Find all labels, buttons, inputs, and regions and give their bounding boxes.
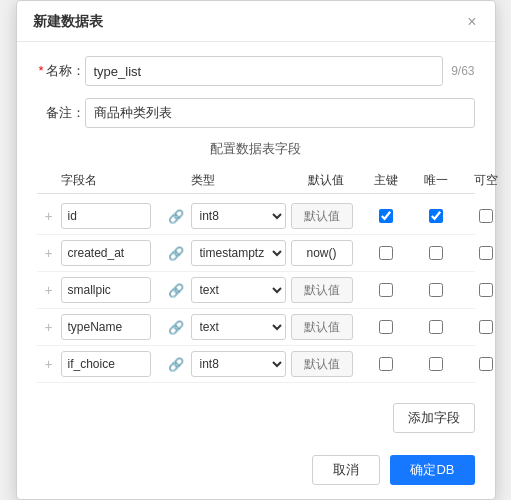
table-row: + 🔗 int8texttimestamptzvarcharboolfloat4… (37, 346, 475, 383)
nullable-checkbox[interactable] (479, 357, 493, 371)
nullable-cell (461, 357, 511, 371)
type-select[interactable]: int8texttimestamptzvarcharboolfloat4int4… (191, 314, 286, 340)
table-header: 字段名 类型 默认值 主键 唯一 可空 自增 (37, 168, 475, 194)
name-count: 9/63 (451, 64, 474, 78)
col-default: 默认值 (291, 172, 361, 189)
field-name-input[interactable] (61, 314, 151, 340)
dialog-header: 新建数据表 × (17, 1, 495, 42)
comment-row: 备注： (37, 98, 475, 128)
unique-checkbox[interactable] (429, 246, 443, 260)
nullable-cell (461, 209, 511, 223)
nullable-cell (461, 320, 511, 334)
primary-key-cell (361, 209, 411, 223)
nullable-checkbox[interactable] (479, 209, 493, 223)
col-primary: 主键 (361, 172, 411, 189)
drag-handle-icon[interactable]: + (37, 245, 61, 261)
primary-key-checkbox[interactable] (379, 209, 393, 223)
section-title: 配置数据表字段 (37, 140, 475, 158)
nullable-checkbox[interactable] (479, 246, 493, 260)
field-name-input[interactable] (61, 203, 151, 229)
nullable-checkbox[interactable] (479, 283, 493, 297)
nullable-cell (461, 246, 511, 260)
dialog-title: 新建数据表 (33, 13, 103, 31)
default-input[interactable] (291, 240, 353, 266)
footer-row: 添加字段 (17, 397, 495, 445)
table-row: + 🔗 int8texttimestamptzvarcharboolfloat4… (37, 235, 475, 272)
type-select[interactable]: int8texttimestamptzvarcharboolfloat4int4… (191, 240, 286, 266)
field-rows: + 🔗 int8texttimestamptzvarcharboolfloat4… (37, 198, 475, 383)
field-link-icon: 🔗 (161, 246, 191, 261)
nullable-cell (461, 283, 511, 297)
unique-cell (411, 357, 461, 371)
unique-checkbox[interactable] (429, 209, 443, 223)
col-type: 类型 (191, 172, 291, 189)
unique-checkbox[interactable] (429, 357, 443, 371)
drag-handle-icon[interactable]: + (37, 208, 61, 224)
table-row: + 🔗 int8texttimestamptzvarcharboolfloat4… (37, 272, 475, 309)
comment-label: 备注： (37, 104, 85, 122)
type-select[interactable]: int8texttimestamptzvarcharboolfloat4int4… (191, 351, 286, 377)
field-link-icon: 🔗 (161, 357, 191, 372)
field-link-icon: 🔗 (161, 209, 191, 224)
unique-checkbox[interactable] (429, 320, 443, 334)
unique-cell (411, 320, 461, 334)
dialog-body: *名称： 9/63 备注： 配置数据表字段 字段名 类型 默认值 主键 唯一 可… (17, 42, 495, 397)
dialog-footer: 取消 确定DB (17, 445, 495, 499)
new-table-dialog: 新建数据表 × *名称： 9/63 备注： 配置数据表字段 字段名 类型 默认值… (16, 0, 496, 500)
required-star: * (38, 63, 43, 78)
unique-checkbox[interactable] (429, 283, 443, 297)
col-nullable: 可空 (461, 172, 511, 189)
field-link-icon: 🔗 (161, 283, 191, 298)
field-link-icon: 🔗 (161, 320, 191, 335)
table-row: + 🔗 int8texttimestamptzvarcharboolfloat4… (37, 309, 475, 346)
col-fieldname: 字段名 (61, 172, 161, 189)
close-button[interactable]: × (465, 14, 478, 30)
confirm-button[interactable]: 确定DB (390, 455, 474, 485)
drag-handle-icon[interactable]: + (37, 356, 61, 372)
name-input[interactable] (85, 56, 444, 86)
primary-key-cell (361, 320, 411, 334)
table-row: + 🔗 int8texttimestamptzvarcharboolfloat4… (37, 198, 475, 235)
name-row: *名称： 9/63 (37, 56, 475, 86)
col-unique: 唯一 (411, 172, 461, 189)
cancel-button[interactable]: 取消 (312, 455, 380, 485)
default-input[interactable] (291, 277, 353, 303)
primary-key-checkbox[interactable] (379, 283, 393, 297)
add-field-button[interactable]: 添加字段 (393, 403, 475, 433)
field-name-input[interactable] (61, 351, 151, 377)
primary-key-checkbox[interactable] (379, 357, 393, 371)
field-name-input[interactable] (61, 277, 151, 303)
unique-cell (411, 209, 461, 223)
drag-handle-icon[interactable]: + (37, 319, 61, 335)
unique-cell (411, 246, 461, 260)
type-select[interactable]: int8texttimestamptzvarcharboolfloat4int4… (191, 277, 286, 303)
nullable-checkbox[interactable] (479, 320, 493, 334)
field-name-input[interactable] (61, 240, 151, 266)
default-input[interactable] (291, 203, 353, 229)
primary-key-cell (361, 357, 411, 371)
name-label: *名称： (37, 62, 85, 80)
comment-input[interactable] (85, 98, 475, 128)
primary-key-checkbox[interactable] (379, 320, 393, 334)
default-input[interactable] (291, 314, 353, 340)
primary-key-cell (361, 246, 411, 260)
drag-handle-icon[interactable]: + (37, 282, 61, 298)
primary-key-cell (361, 283, 411, 297)
unique-cell (411, 283, 461, 297)
default-input[interactable] (291, 351, 353, 377)
primary-key-checkbox[interactable] (379, 246, 393, 260)
type-select[interactable]: int8texttimestamptzvarcharboolfloat4int4… (191, 203, 286, 229)
